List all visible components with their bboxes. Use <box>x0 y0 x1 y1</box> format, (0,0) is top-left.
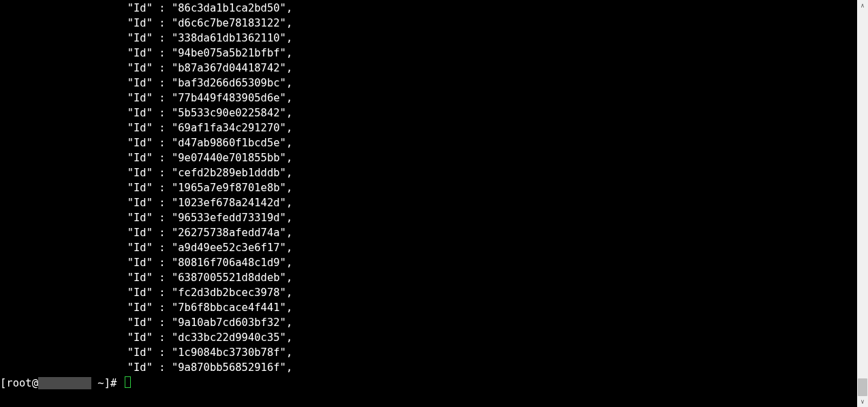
json-output-line: "Id" : "d6c6c7be78183122", <box>0 16 857 31</box>
json-output-line: "Id" : "d47ab9860f1bcd5e", <box>0 135 857 150</box>
scroll-up-arrow-icon[interactable]: ∧ <box>857 0 868 11</box>
cursor <box>125 376 131 388</box>
hostname-redacted <box>38 377 91 389</box>
json-output-line: "Id" : "9a870bb56852916f", <box>0 360 857 375</box>
scrollbar-thumb[interactable] <box>858 378 867 396</box>
vertical-scrollbar[interactable]: ∧ ∨ <box>857 0 868 407</box>
json-output-line: "Id" : "94be075a5b21bfbf", <box>0 46 857 61</box>
json-output-line: "Id" : "86c3da1b1ca2bd50", <box>0 1 857 16</box>
json-output-line: "Id" : "6387005521d8ddeb", <box>0 270 857 285</box>
terminal-output[interactable]: "Id" : "86c3da1b1ca2bd50", "Id" : "d6c6c… <box>0 0 857 407</box>
shell-prompt[interactable]: [root@ ~]# <box>0 375 857 391</box>
json-output-line: "Id" : "b87a367d04418742", <box>0 61 857 76</box>
json-output-line: "Id" : "338da61db1362110", <box>0 31 857 46</box>
json-output-line: "Id" : "1c9084bc3730b78f", <box>0 345 857 360</box>
json-output-line: "Id" : "a9d49ee52c3e6f17", <box>0 240 857 255</box>
json-output-line: "Id" : "77b449f483905d6e", <box>0 91 857 105</box>
json-output-line: "Id" : "96533efedd73319d", <box>0 210 857 225</box>
scrollbar-track[interactable] <box>857 11 868 396</box>
json-output-line: "Id" : "26275738afedd74a", <box>0 225 857 240</box>
terminal-wrapper: "Id" : "86c3da1b1ca2bd50", "Id" : "d6c6c… <box>0 0 868 407</box>
json-output-line: "Id" : "5b533c90e0225842", <box>0 105 857 120</box>
json-output-line: "Id" : "dc33bc22d9940c35", <box>0 330 857 345</box>
json-output-line: "Id" : "cefd2b289eb1dddb", <box>0 165 857 180</box>
json-output-line: "Id" : "9e07440e701855bb", <box>0 150 857 165</box>
json-output-line: "Id" : "1023ef678a24142d", <box>0 195 857 210</box>
json-output-line: "Id" : "80816f706a48c1d9", <box>0 255 857 270</box>
json-output-line: "Id" : "1965a7e9f8701e8b", <box>0 180 857 195</box>
json-output-line: "Id" : "9a10ab7cd603bf32", <box>0 315 857 330</box>
prompt-prefix: [root@ <box>0 377 38 389</box>
json-output-line: "Id" : "baf3d266d65309bc", <box>0 76 857 91</box>
json-output-line: "Id" : "fc2d3db2bcec3978", <box>0 285 857 300</box>
json-output-line: "Id" : "69af1fa34c291270", <box>0 120 857 135</box>
json-output-line: "Id" : "7b6f8bbcace4f441", <box>0 300 857 315</box>
scroll-down-arrow-icon[interactable]: ∨ <box>857 396 868 407</box>
prompt-suffix: ~]# <box>91 377 123 389</box>
